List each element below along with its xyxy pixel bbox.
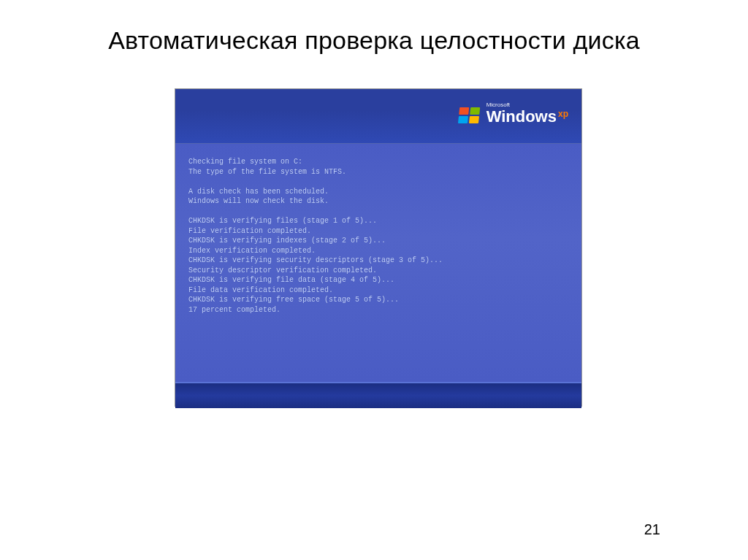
brand-product: Windows [486, 109, 557, 125]
chkdsk-console-output: Checking file system on C: The type of t… [175, 144, 581, 382]
slide-title: Автоматическая проверка целостности диск… [0, 26, 748, 55]
chkdsk-screenshot: Microsoft Windows xp Checking file syste… [175, 89, 581, 406]
windows-wordmark: Microsoft Windows xp [486, 102, 568, 125]
page-number: 21 [644, 521, 660, 538]
windows-flag-icon [457, 107, 481, 125]
windows-logo: Microsoft Windows xp [459, 102, 568, 125]
brand-edition: xp [558, 110, 568, 118]
brand-company: Microsoft [486, 102, 568, 108]
screenshot-header: Microsoft Windows xp [175, 89, 581, 144]
screenshot-footer-bar [175, 382, 581, 408]
